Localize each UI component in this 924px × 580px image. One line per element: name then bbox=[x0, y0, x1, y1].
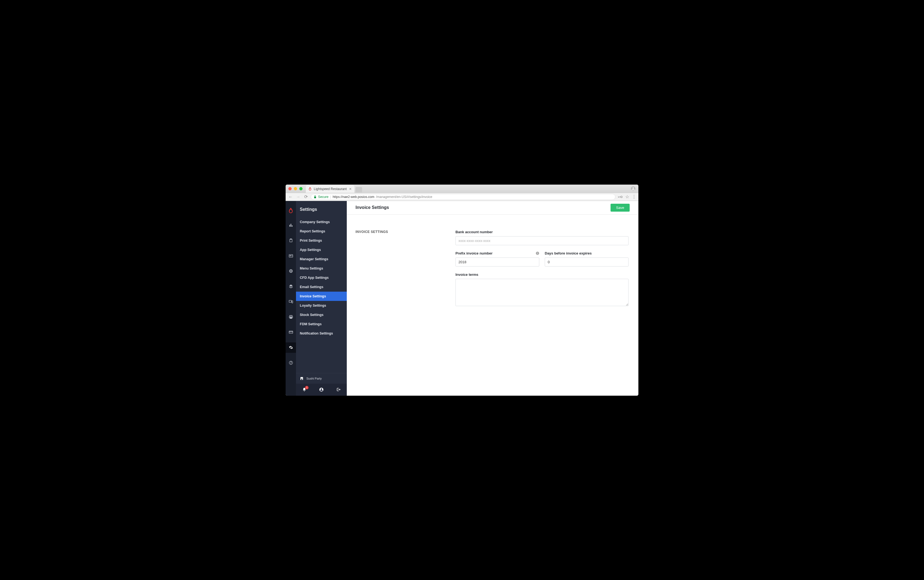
sidebar-item-report-settings[interactable]: Report Settings bbox=[296, 227, 347, 236]
forward-button[interactable]: → bbox=[295, 194, 301, 199]
info-icon[interactable] bbox=[536, 252, 539, 255]
kebab-menu-icon[interactable]: ⋮ bbox=[632, 194, 636, 199]
expires-field: Days before invoice expires bbox=[545, 251, 629, 267]
terms-textarea[interactable] bbox=[455, 279, 629, 306]
page-header: Invoice Settings Save bbox=[347, 201, 638, 215]
rail-dashboard-icon[interactable] bbox=[286, 220, 296, 231]
svg-rect-9 bbox=[292, 225, 292, 227]
sidebar-bottom-bar: 1 bbox=[296, 384, 347, 395]
sidebar-items: Company Settings Report Settings Print S… bbox=[296, 218, 347, 373]
sidebar-item-invoice-settings[interactable]: Invoice Settings bbox=[296, 292, 347, 301]
sidebar-item-label: FDM Settings bbox=[300, 322, 322, 326]
svg-rect-23 bbox=[290, 317, 292, 318]
star-icon[interactable]: ☆ bbox=[625, 194, 629, 199]
address-bar: ← → ⟳ Secure | https://nae2-web.posios.c… bbox=[286, 193, 638, 201]
sidebar-item-app-settings[interactable]: App Settings bbox=[296, 245, 347, 254]
rail-gear-icon[interactable] bbox=[286, 343, 296, 353]
main-content: Invoice Settings Save INVOICE SETTINGS B… bbox=[347, 201, 638, 395]
rail-help-icon[interactable] bbox=[286, 358, 296, 368]
minimize-window-button[interactable] bbox=[294, 187, 297, 190]
sidebar-item-manager-settings[interactable]: Manager Settings bbox=[296, 254, 347, 264]
sidebar-item-email-settings[interactable]: Email Settings bbox=[296, 282, 347, 292]
section-label: INVOICE SETTINGS bbox=[356, 230, 447, 313]
svg-rect-19 bbox=[289, 300, 292, 303]
divider: | bbox=[330, 195, 331, 199]
secure-label: Secure bbox=[318, 195, 328, 199]
form-area: Bank account number Prefix invoice numbe… bbox=[455, 230, 629, 313]
expires-label: Days before invoice expires bbox=[545, 251, 629, 255]
close-tab-icon[interactable]: ✕ bbox=[349, 187, 352, 191]
url-input[interactable]: Secure | https://nae2-web.posios.com/man… bbox=[311, 194, 616, 200]
sidebar-item-menu-settings[interactable]: Menu Settings bbox=[296, 264, 347, 273]
url-path: /management/en-US/#/settings/invoice bbox=[376, 195, 432, 199]
url-host: https://nae2-web.posios.com bbox=[333, 195, 374, 199]
maximize-window-button[interactable] bbox=[299, 187, 303, 190]
sidebar-item-loyalty-settings[interactable]: Loyalty Settings bbox=[296, 301, 347, 310]
svg-rect-8 bbox=[290, 224, 292, 227]
sidebar-item-label: Notification Settings bbox=[300, 331, 333, 335]
account-row[interactable]: Sushi Party bbox=[296, 373, 347, 384]
user-button[interactable] bbox=[319, 387, 324, 392]
sidebar-item-cfd-app-settings[interactable]: CFD App Settings bbox=[296, 273, 347, 282]
reload-button[interactable]: ⟳ bbox=[303, 194, 308, 199]
svg-rect-11 bbox=[290, 239, 292, 239]
svg-rect-34 bbox=[537, 253, 538, 254]
rail-clipboard-icon[interactable] bbox=[286, 236, 296, 246]
sidebar-title: Settings bbox=[296, 201, 347, 218]
svg-point-13 bbox=[290, 255, 290, 256]
store-icon bbox=[300, 377, 304, 381]
sidebar-item-notification-settings[interactable]: Notification Settings bbox=[296, 329, 347, 338]
key-icon[interactable] bbox=[618, 196, 623, 198]
new-tab-button[interactable] bbox=[356, 187, 362, 193]
sidebar-item-stock-settings[interactable]: Stock Settings bbox=[296, 310, 347, 320]
svg-rect-20 bbox=[292, 301, 293, 303]
rail-printer-icon[interactable] bbox=[286, 312, 296, 322]
tab-title: Lightspeed Restaurant bbox=[314, 187, 347, 191]
lock-icon bbox=[314, 195, 316, 199]
app-body: Settings Company Settings Report Setting… bbox=[286, 201, 638, 395]
prefix-label: Prefix invoice number bbox=[455, 251, 539, 255]
app-logo-icon[interactable] bbox=[288, 208, 293, 214]
svg-point-35 bbox=[537, 252, 538, 253]
bank-account-input[interactable] bbox=[455, 236, 629, 245]
rail-id-card-icon[interactable] bbox=[286, 250, 296, 261]
prefix-label-text: Prefix invoice number bbox=[455, 251, 492, 255]
sidebar-item-label: Company Settings bbox=[300, 220, 330, 224]
sidebar-item-print-settings[interactable]: Print Settings bbox=[296, 236, 347, 245]
sidebar-item-label: Email Settings bbox=[300, 285, 323, 289]
close-window-button[interactable] bbox=[288, 187, 292, 190]
expires-input[interactable] bbox=[545, 257, 629, 267]
svg-rect-2 bbox=[314, 197, 316, 198]
icon-rail bbox=[286, 201, 296, 395]
rail-devices-icon[interactable] bbox=[286, 297, 296, 307]
content-area: INVOICE SETTINGS Bank account number Pre… bbox=[347, 215, 638, 328]
svg-rect-29 bbox=[301, 379, 302, 380]
sidebar-item-company-settings[interactable]: Company Settings bbox=[296, 218, 347, 227]
rail-card-icon[interactable] bbox=[286, 327, 296, 338]
save-button[interactable]: Save bbox=[611, 204, 630, 212]
rail-layers-icon[interactable] bbox=[286, 281, 296, 292]
terms-field: Invoice terms bbox=[455, 272, 629, 307]
notification-badge: 1 bbox=[305, 386, 308, 389]
rail-globe-icon[interactable] bbox=[286, 266, 296, 276]
sidebar-item-label: Print Settings bbox=[300, 239, 322, 242]
sidebar-item-fdm-settings[interactable]: FDM Settings bbox=[296, 320, 347, 329]
browser-tab[interactable]: Lightspeed Restaurant ✕ bbox=[306, 185, 354, 193]
back-button[interactable]: ← bbox=[288, 194, 293, 199]
svg-rect-7 bbox=[289, 225, 290, 227]
sidebar-item-label: Loyalty Settings bbox=[300, 304, 326, 308]
sidebar-item-label: Menu Settings bbox=[300, 267, 323, 270]
prefix-input[interactable] bbox=[455, 257, 539, 267]
browser-chrome: Lightspeed Restaurant ✕ ← → ⟳ Secure | h… bbox=[286, 185, 638, 201]
sidebar-item-label: App Settings bbox=[300, 248, 321, 252]
sidebar-item-label: CFD App Settings bbox=[300, 276, 329, 280]
profile-icon[interactable] bbox=[631, 186, 636, 191]
logout-button[interactable] bbox=[336, 387, 341, 392]
account-name: Sushi Party bbox=[306, 377, 322, 380]
svg-rect-24 bbox=[289, 331, 293, 333]
notifications-button[interactable]: 1 bbox=[302, 387, 306, 392]
sidebar-item-label: Report Settings bbox=[300, 229, 325, 233]
svg-point-30 bbox=[304, 391, 305, 391]
page-title: Invoice Settings bbox=[356, 205, 389, 210]
svg-point-32 bbox=[321, 388, 322, 390]
